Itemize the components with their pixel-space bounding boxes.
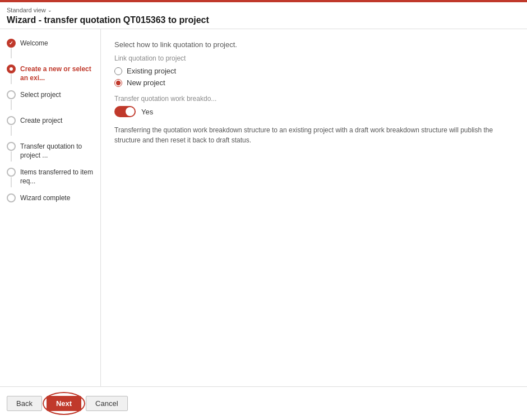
main-layout: Welcome Create a new or select an exi...… (0, 29, 527, 413)
radio-new-project[interactable]: New project (114, 79, 514, 87)
step-label-transfer: Transfer quotation to project ... (20, 142, 95, 160)
step-line-5 (11, 151, 12, 161)
standard-view[interactable]: Standard view ⌄ (7, 7, 52, 13)
sidebar-item-create-select: Create a new or select an exi... (0, 62, 100, 87)
sidebar-item-create-project: Create project (0, 113, 100, 139)
sidebar-item-welcome: Welcome (0, 36, 100, 62)
step-line-2 (11, 74, 12, 84)
step-circle-items (7, 168, 16, 177)
content-area: Select how to link quotation to project.… (101, 29, 527, 413)
step-circle-select (7, 90, 16, 99)
radio-existing-input[interactable] (114, 67, 122, 75)
page-title: Wizard - transfer quotation QT015363 to … (7, 15, 520, 25)
transfer-wbs-toggle[interactable] (114, 106, 136, 117)
back-button[interactable]: Back (7, 396, 42, 411)
step-indicator-select (7, 90, 16, 110)
step-line-6 (11, 177, 12, 187)
step-indicator-complete (7, 193, 16, 202)
info-text: Transferring the quotation work breakdow… (114, 125, 507, 145)
step-label-create-project: Create project (20, 116, 62, 126)
toggle-sub-label: Transfer quotation work breakdo... (114, 95, 514, 103)
step-label-select: Select project (20, 90, 61, 100)
sidebar-item-transfer-quotation: Transfer quotation to project ... (0, 139, 100, 165)
step-circle-complete (7, 193, 16, 202)
step-indicator-transfer (7, 142, 16, 162)
radio-existing-project[interactable]: Existing project (114, 67, 514, 75)
step-indicator-create (7, 64, 16, 85)
step-line-4 (11, 126, 12, 136)
step-circle-create (7, 64, 16, 73)
step-indicator-items (7, 168, 16, 188)
standard-view-label: Standard view (7, 7, 46, 13)
step-circle-create-project (7, 116, 16, 125)
footer: Back Next Cancel (0, 386, 527, 420)
section-title: Select how to link quotation to project. (114, 40, 514, 49)
step-circle-transfer (7, 142, 16, 151)
step-label-items: Items transferred to item req... (20, 168, 95, 186)
next-button[interactable]: Next (47, 396, 81, 411)
step-circle-welcome (7, 39, 16, 48)
toggle-row: Yes (114, 106, 514, 117)
step-label-complete: Wizard complete (20, 193, 70, 203)
sidebar-item-items-transferred: Items transferred to item req... (0, 165, 100, 191)
radio-group: Existing project New project (114, 67, 514, 87)
radio-new-input[interactable] (114, 79, 122, 87)
toggle-section: Transfer quotation work breakdo... Yes (114, 95, 514, 117)
link-sub-label: Link quotation to project (114, 54, 514, 62)
step-label-create: Create a new or select an exi... (20, 64, 95, 82)
step-label-welcome: Welcome (20, 39, 48, 48)
radio-new-label: New project (127, 79, 165, 87)
toggle-value-label: Yes (141, 108, 153, 116)
header: Standard view ⌄ Wizard - transfer quotat… (0, 2, 527, 29)
chevron-down-icon: ⌄ (48, 7, 52, 13)
step-indicator-welcome (7, 39, 16, 59)
sidebar-item-select-project: Select project (0, 87, 100, 113)
step-line-1 (11, 48, 12, 58)
radio-existing-label: Existing project (127, 67, 176, 75)
cancel-button[interactable]: Cancel (86, 396, 127, 411)
sidebar: Welcome Create a new or select an exi...… (0, 29, 101, 413)
step-line-3 (11, 100, 12, 110)
sidebar-item-wizard-complete: Wizard complete (0, 191, 100, 206)
step-indicator-create-project (7, 116, 16, 136)
